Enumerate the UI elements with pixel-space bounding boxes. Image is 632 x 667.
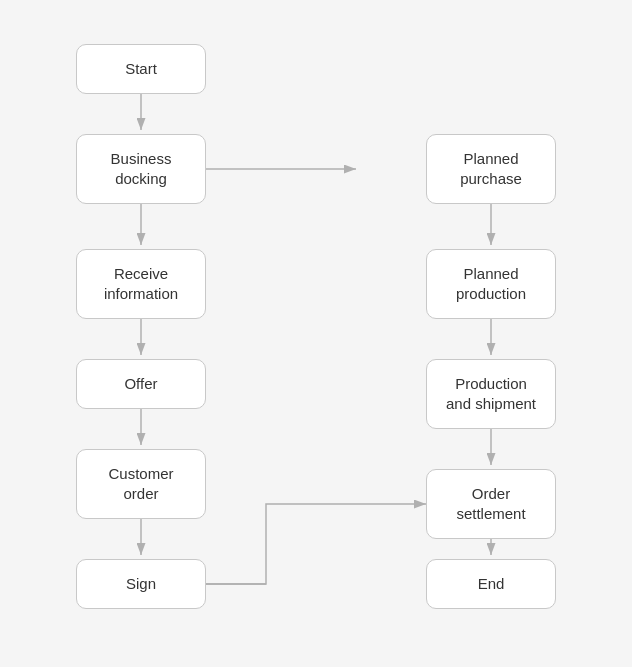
node-production-shipment: Productionand shipment bbox=[426, 359, 556, 429]
node-planned-production: Plannedproduction bbox=[426, 249, 556, 319]
node-business-docking-label: Businessdocking bbox=[111, 149, 172, 188]
node-planned-purchase: Plannedpurchase bbox=[426, 134, 556, 204]
node-start-label: Start bbox=[125, 59, 157, 79]
node-production-shipment-label: Productionand shipment bbox=[446, 374, 536, 413]
node-receive-information-label: Receiveinformation bbox=[104, 264, 178, 303]
node-sign: Sign bbox=[76, 559, 206, 609]
node-end-label: End bbox=[478, 574, 505, 594]
node-customer-order: Customerorder bbox=[76, 449, 206, 519]
arrows-svg bbox=[26, 24, 606, 644]
node-planned-production-label: Plannedproduction bbox=[456, 264, 526, 303]
node-order-settlement: Ordersettlement bbox=[426, 469, 556, 539]
node-sign-label: Sign bbox=[126, 574, 156, 594]
arrow-sign-to-end bbox=[206, 504, 426, 584]
node-start: Start bbox=[76, 44, 206, 94]
node-order-settlement-label: Ordersettlement bbox=[456, 484, 525, 523]
flowchart-diagram: Start Businessdocking Receiveinformation… bbox=[26, 24, 606, 644]
node-offer-label: Offer bbox=[124, 374, 157, 394]
node-business-docking: Businessdocking bbox=[76, 134, 206, 204]
node-end: End bbox=[426, 559, 556, 609]
node-customer-order-label: Customerorder bbox=[108, 464, 173, 503]
node-offer: Offer bbox=[76, 359, 206, 409]
node-receive-information: Receiveinformation bbox=[76, 249, 206, 319]
node-planned-purchase-label: Plannedpurchase bbox=[460, 149, 522, 188]
